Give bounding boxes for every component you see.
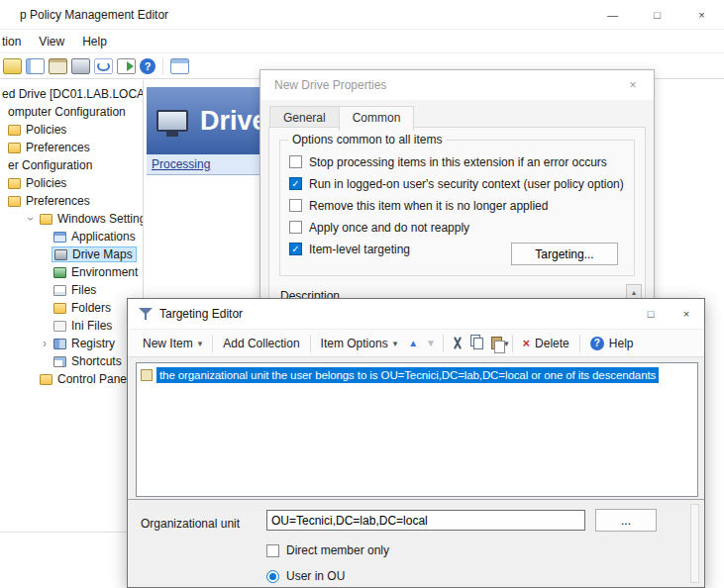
folders-icon: [53, 303, 66, 314]
option-label: Item-level targeting: [309, 243, 410, 256]
checkbox[interactable]: ✓: [266, 544, 279, 557]
maximize-button[interactable]: □: [635, 0, 679, 30]
selected-highlight: Drive Maps: [52, 246, 137, 262]
export-list-icon[interactable]: [117, 58, 136, 74]
tree-scroll-divider: [0, 532, 144, 533]
chevron-right-icon[interactable]: ›: [40, 339, 50, 348]
targeting-button[interactable]: Targeting...: [511, 243, 618, 265]
tree-item-label: Drive Maps: [72, 247, 133, 261]
menu-view[interactable]: View: [30, 32, 73, 51]
item-options-button[interactable]: Item Options ▾: [314, 333, 405, 354]
tree-item-policies-user[interactable]: Policies: [0, 174, 143, 192]
delete-x-icon: ×: [523, 337, 531, 349]
browse-button[interactable]: ...: [595, 509, 657, 532]
tree-item-user-configuration[interactable]: er Configuration: [0, 156, 143, 174]
checkbox[interactable]: ✓: [289, 199, 302, 212]
organizational-unit-item-icon: [141, 369, 153, 381]
tree-item-applications[interactable]: Applications: [0, 228, 143, 245]
help-icon: ?: [590, 337, 604, 350]
move-down-icon[interactable]: ▼: [422, 335, 440, 351]
check-icon: ✓: [291, 179, 299, 189]
menu-bar: tion View Help: [0, 31, 724, 53]
copy-icon[interactable]: [473, 338, 483, 349]
tree-item-label: Windows Settings: [57, 212, 144, 226]
chevron-down-icon: ▾: [198, 339, 203, 348]
tree-item-root-gpo[interactable]: ed Drive [DC01.LAB.LOCA: [0, 85, 143, 103]
close-button[interactable]: ×: [669, 299, 704, 329]
checkbox[interactable]: ✓: [289, 221, 302, 234]
toolbar-separator: [310, 335, 311, 352]
option-run-in-user-context[interactable]: ✓ Run in logged-on user's security conte…: [289, 177, 634, 190]
tree-item-label: ed Drive [DC01.LAB.LOCA: [2, 87, 144, 101]
tree-item-drive-maps[interactable]: Drive Maps: [0, 245, 143, 263]
tree-item-folders[interactable]: Folders: [0, 299, 143, 317]
tree-item-shortcuts[interactable]: Shortcuts: [0, 352, 143, 370]
chevron-down-icon[interactable]: ›: [26, 214, 36, 224]
help-icon[interactable]: ?: [140, 58, 155, 74]
folder-icon: [40, 214, 52, 225]
new-item-button[interactable]: New Item ▾: [136, 333, 209, 354]
tree-item-registry[interactable]: › Registry: [0, 335, 143, 352]
checkbox[interactable]: ✓: [289, 243, 302, 255]
print-icon[interactable]: [71, 58, 90, 74]
tree-item-label: Ini Files: [71, 319, 112, 333]
console-tree-icon[interactable]: [26, 58, 45, 74]
tree-item-computer-configuration[interactable]: omputer Configuration: [0, 103, 143, 121]
organizational-unit-label: Organizational unit: [141, 517, 240, 531]
clipboard-icon[interactable]: [49, 58, 67, 74]
paste-icon[interactable]: [491, 337, 502, 349]
tree-item-files[interactable]: Files: [0, 281, 143, 299]
menu-action[interactable]: tion: [0, 32, 30, 51]
option-remove-when-not-applied[interactable]: ✓ Remove this item when it is no longer …: [289, 199, 634, 212]
close-button[interactable]: ×: [679, 0, 724, 30]
view-options-icon[interactable]: [170, 58, 189, 74]
processing-link[interactable]: Processing: [152, 157, 210, 171]
form-scrollbar[interactable]: [690, 504, 699, 583]
window-controls: — □ ×: [590, 0, 724, 30]
targeting-items-list[interactable]: the organizational unit the user belongs…: [136, 362, 698, 497]
tree-item-label: Preferences: [26, 194, 90, 208]
organizational-unit-input[interactable]: [266, 510, 585, 531]
tree-item-preferences-computer[interactable]: Preferences: [0, 139, 143, 156]
main-titlebar: p Policy Management Editor — □ ×: [0, 0, 724, 30]
targeting-item-form: Organizational unit ... ✓ Direct member …: [128, 500, 704, 587]
maximize-button[interactable]: □: [633, 299, 669, 329]
tree-item-control-panel-settings[interactable]: Control Panel Sett: [0, 370, 143, 388]
tab-common[interactable]: Common: [339, 106, 415, 131]
direct-member-only-option[interactable]: ✓ Direct member only: [266, 543, 389, 557]
applications-icon: [53, 232, 66, 243]
user-in-ou-label: User in OU: [286, 569, 345, 583]
props-dialog-title: New Drive Properties: [274, 78, 386, 92]
radio-button[interactable]: [266, 570, 279, 583]
tree-item-label: Preferences: [26, 141, 90, 154]
add-collection-button[interactable]: Add Collection: [216, 333, 306, 354]
navigate-icon[interactable]: [3, 58, 22, 74]
props-close-button[interactable]: ×: [612, 70, 654, 100]
tree-item-label: Folders: [71, 301, 111, 315]
toolbar-separator: [579, 335, 580, 352]
tree-item-policies-computer[interactable]: Policies: [0, 121, 143, 139]
option-apply-once[interactable]: ✓ Apply once and do not reapply: [289, 221, 634, 234]
checkbox[interactable]: ✓: [289, 177, 302, 190]
maximize-icon: □: [648, 308, 655, 320]
tree-item-environment[interactable]: Environment: [0, 263, 143, 281]
tree-item-preferences-user[interactable]: Preferences: [0, 192, 143, 210]
targeting-item-text: the organizational unit the user belongs…: [156, 367, 659, 383]
cut-icon[interactable]: [451, 337, 464, 349]
tree-item-label: Registry: [71, 337, 115, 350]
refresh-icon[interactable]: [94, 58, 113, 74]
user-in-ou-option[interactable]: User in OU: [266, 569, 345, 583]
option-label: Apply once and do not reapply: [309, 221, 469, 235]
tree-item-ini-files[interactable]: Ini Files: [0, 317, 143, 335]
targeting-list-item[interactable]: the organizational unit the user belongs…: [137, 365, 697, 384]
move-up-icon[interactable]: ▲: [404, 335, 422, 351]
menu-help[interactable]: Help: [73, 32, 116, 51]
folder-icon: [8, 196, 21, 207]
option-stop-processing[interactable]: ✓ Stop processing items in this extensio…: [289, 155, 634, 168]
tree-item-windows-settings[interactable]: › Windows Settings: [0, 210, 143, 228]
delete-button[interactable]: × Delete: [516, 333, 576, 354]
minimize-button[interactable]: —: [590, 0, 635, 30]
help-button[interactable]: ? Help: [583, 333, 641, 354]
targeting-toolbar: New Item ▾ Add Collection Item Options ▾…: [128, 330, 704, 357]
checkbox[interactable]: ✓: [289, 155, 302, 168]
